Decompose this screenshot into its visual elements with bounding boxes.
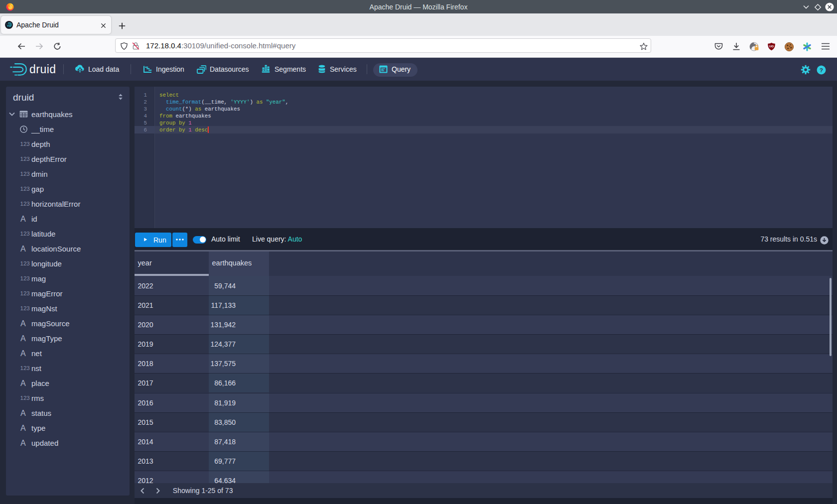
svg-text:?: ?	[820, 67, 823, 73]
svg-text:UO: UO	[769, 44, 774, 48]
